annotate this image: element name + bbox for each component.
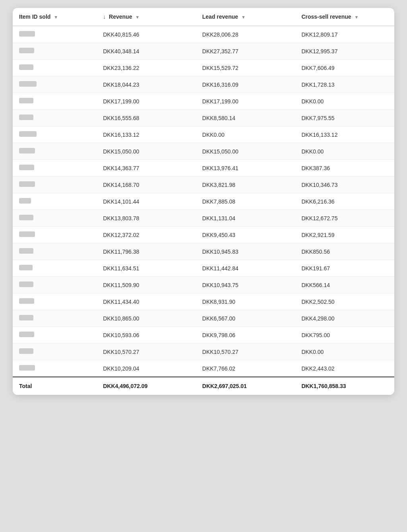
item-id-value [19,31,35,37]
lead-revenue-filter-icon[interactable]: ▼ [241,15,246,19]
cell-revenue: DKK16,555.68 [97,110,196,126]
cell-revenue: DKK14,168.70 [97,177,196,193]
cell-lead-revenue: DKK11,442.84 [196,260,295,277]
cell-item-id [13,260,97,277]
item-id-value [19,265,33,270]
cell-revenue: DKK10,865.00 [97,310,196,327]
cell-cross-sell-revenue: DKK0.00 [295,93,394,110]
cell-item-id [13,293,97,310]
table-row: DKK16,133.12DKK0.00DKK16,133.12 [13,126,394,143]
item-id-value [19,81,37,87]
cell-revenue: DKK13,803.78 [97,210,196,227]
cell-item-id [13,93,97,110]
table-row: DKK13,803.78DKK1,131.04DKK12,672.75 [13,210,394,227]
cell-item-id [13,76,97,93]
cell-cross-sell-revenue: DKK6,216.36 [295,193,394,210]
revenue-sort-icon: ↓ [103,14,106,20]
revenue-filter-icon[interactable]: ▼ [135,15,140,19]
header-item-id[interactable]: Item ID sold ▼ [13,8,97,26]
header-cross-sell-revenue[interactable]: Cross-sell revenue ▼ [295,8,394,26]
cell-lead-revenue: DKK13,976.41 [196,160,295,177]
item-id-value [19,198,31,204]
table-row: DKK15,050.00DKK15,050.00DKK0.00 [13,143,394,160]
item-id-value [19,365,35,371]
item-id-value [19,48,34,53]
table-row: DKK14,363.77DKK13,976.41DKK387.36 [13,160,394,177]
item-id-value [19,148,35,153]
table-row: DKK12,372.02DKK9,450.43DKK2,921.59 [13,227,394,243]
cell-cross-sell-revenue: DKK2,921.59 [295,227,394,243]
cell-revenue: DKK11,434.40 [97,293,196,310]
cell-cross-sell-revenue: DKK566.14 [295,277,394,293]
cell-revenue: DKK11,509.90 [97,277,196,293]
footer-revenue: DKK4,496,072.09 [97,377,196,395]
header-lead-revenue[interactable]: Lead revenue ▼ [196,8,295,26]
cell-revenue: DKK10,209.04 [97,360,196,377]
item-id-value [19,98,33,103]
cell-revenue: DKK10,593.06 [97,327,196,344]
table-row: DKK17,199.00DKK17,199.00DKK0.00 [13,93,394,110]
cell-lead-revenue: DKK17,199.00 [196,93,295,110]
cell-item-id [13,360,97,377]
cell-item-id [13,310,97,327]
cell-cross-sell-revenue: DKK2,443.02 [295,360,394,377]
table-row: DKK11,509.90DKK10,943.75DKK566.14 [13,277,394,293]
cell-item-id [13,126,97,143]
cell-cross-sell-revenue: DKK4,298.00 [295,310,394,327]
header-revenue[interactable]: ↓ Revenue ▼ [97,8,196,26]
cell-revenue: DKK23,136.22 [97,60,196,76]
item-id-value [19,282,33,287]
cell-cross-sell-revenue: DKK2,502.50 [295,293,394,310]
cell-lead-revenue: DKK7,766.02 [196,360,295,377]
cell-lead-revenue: DKK1,131.04 [196,210,295,227]
cell-revenue: DKK10,570.27 [97,344,196,360]
cell-revenue: DKK17,199.00 [97,93,196,110]
table-footer-row: Total DKK4,496,072.09 DKK2,697,025.01 DK… [13,377,394,395]
item-id-value [19,64,33,70]
cell-lead-revenue: DKK0.00 [196,126,295,143]
cell-revenue: DKK12,372.02 [97,227,196,243]
table-row: DKK23,136.22DKK15,529.72DKK7,606.49 [13,60,394,76]
table-row: DKK10,570.27DKK10,570.27DKK0.00 [13,344,394,360]
cell-revenue: DKK40,348.14 [97,43,196,60]
cell-item-id [13,243,97,260]
cell-lead-revenue: DKK9,450.43 [196,227,295,243]
cell-lead-revenue: DKK10,945.83 [196,243,295,260]
cell-lead-revenue: DKK8,931.90 [196,293,295,310]
cell-revenue: DKK11,796.38 [97,243,196,260]
item-id-value [19,115,33,120]
cell-revenue: DKK16,133.12 [97,126,196,143]
item-id-value [19,231,35,237]
item-id-filter-icon[interactable]: ▼ [54,15,58,19]
table-row: DKK18,044.23DKK16,316.09DKK1,728.13 [13,76,394,93]
data-table-card: Item ID sold ▼ ↓ Revenue ▼ Lead revenue … [13,8,394,395]
cell-revenue: DKK40,815.46 [97,26,196,43]
table-row: DKK40,348.14DKK27,352.77DKK12,995.37 [13,43,394,60]
cross-sell-filter-icon[interactable]: ▼ [355,15,359,19]
cell-cross-sell-revenue: DKK191.67 [295,260,394,277]
cell-cross-sell-revenue: DKK7,606.49 [295,60,394,76]
cell-cross-sell-revenue: DKK387.36 [295,160,394,177]
cell-lead-revenue: DKK6,567.00 [196,310,295,327]
cell-item-id [13,143,97,160]
table-row: DKK16,555.68DKK8,580.14DKK7,975.55 [13,110,394,126]
table-row: DKK11,634.51DKK11,442.84DKK191.67 [13,260,394,277]
cell-revenue: DKK18,044.23 [97,76,196,93]
table-row: DKK11,434.40DKK8,931.90DKK2,502.50 [13,293,394,310]
cell-item-id [13,43,97,60]
table-row: DKK10,865.00DKK6,567.00DKK4,298.00 [13,310,394,327]
cell-revenue: DKK14,363.77 [97,160,196,177]
table-row: DKK14,168.70DKK3,821.98DKK10,346.73 [13,177,394,193]
footer-lead-revenue: DKK2,697,025.01 [196,377,295,395]
cell-cross-sell-revenue: DKK795.00 [295,327,394,344]
item-id-value [19,131,37,137]
cell-cross-sell-revenue: DKK10,346.73 [295,177,394,193]
cell-lead-revenue: DKK15,050.00 [196,143,295,160]
cell-lead-revenue: DKK7,885.08 [196,193,295,210]
revenue-table: Item ID sold ▼ ↓ Revenue ▼ Lead revenue … [13,8,394,395]
cell-item-id [13,327,97,344]
cell-item-id [13,277,97,293]
cell-lead-revenue: DKK15,529.72 [196,60,295,76]
cell-cross-sell-revenue: DKK7,975.55 [295,110,394,126]
cell-lead-revenue: DKK16,316.09 [196,76,295,93]
